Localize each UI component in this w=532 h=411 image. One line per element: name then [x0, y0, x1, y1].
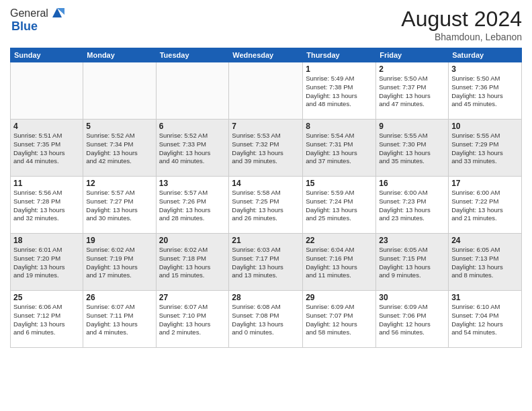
day-info: Sunrise: 6:10 AMSunset: 7:04 PMDaylight:… — [451, 303, 519, 337]
calendar-cell — [83, 62, 156, 120]
day-number: 8 — [306, 122, 373, 131]
day-info: Sunrise: 5:52 AMSunset: 7:33 PMDaylight:… — [159, 132, 226, 166]
day-number: 2 — [379, 64, 445, 74]
day-number: 24 — [451, 236, 519, 245]
day-number: 13 — [159, 179, 226, 188]
location: Bhamdoun, Lebanon — [401, 32, 522, 42]
day-info: Sunrise: 6:01 AMSunset: 7:20 PMDaylight:… — [13, 246, 80, 280]
day-info: Sunrise: 5:53 AMSunset: 7:32 PMDaylight:… — [232, 132, 300, 166]
calendar-cell: 4Sunrise: 5:51 AMSunset: 7:35 PMDaylight… — [11, 120, 83, 177]
day-info: Sunrise: 6:04 AMSunset: 7:16 PMDaylight:… — [306, 246, 373, 280]
day-info: Sunrise: 5:52 AMSunset: 7:34 PMDaylight:… — [86, 132, 152, 166]
day-info: Sunrise: 5:51 AMSunset: 7:35 PMDaylight:… — [13, 132, 80, 166]
day-info: Sunrise: 6:05 AMSunset: 7:13 PMDaylight:… — [451, 246, 519, 280]
calendar-cell: 2Sunrise: 5:50 AMSunset: 7:37 PMDaylight… — [376, 62, 449, 120]
calendar-cell: 12Sunrise: 5:57 AMSunset: 7:27 PMDayligh… — [83, 177, 156, 234]
calendar: Sunday Monday Tuesday Wednesday Thursday… — [10, 48, 522, 348]
day-info: Sunrise: 5:57 AMSunset: 7:26 PMDaylight:… — [159, 189, 226, 223]
day-number: 10 — [451, 122, 519, 131]
day-number: 29 — [306, 293, 373, 302]
calendar-cell: 1Sunrise: 5:49 AMSunset: 7:38 PMDaylight… — [303, 62, 376, 120]
calendar-week-row: 18Sunrise: 6:01 AMSunset: 7:20 PMDayligh… — [11, 234, 522, 291]
day-number: 26 — [86, 293, 152, 302]
calendar-cell: 27Sunrise: 6:07 AMSunset: 7:10 PMDayligh… — [156, 291, 229, 348]
day-info: Sunrise: 5:58 AMSunset: 7:25 PMDaylight:… — [232, 189, 300, 223]
calendar-week-row: 1Sunrise: 5:49 AMSunset: 7:38 PMDaylight… — [11, 62, 522, 120]
calendar-cell: 14Sunrise: 5:58 AMSunset: 7:25 PMDayligh… — [229, 177, 303, 234]
day-number: 14 — [232, 179, 300, 188]
day-number: 22 — [306, 236, 373, 245]
calendar-week-row: 4Sunrise: 5:51 AMSunset: 7:35 PMDaylight… — [11, 120, 522, 177]
calendar-cell: 25Sunrise: 6:06 AMSunset: 7:12 PMDayligh… — [11, 291, 83, 348]
day-number: 27 — [159, 293, 226, 302]
calendar-cell: 15Sunrise: 5:59 AMSunset: 7:24 PMDayligh… — [303, 177, 376, 234]
title-block: August 2024 Bhamdoun, Lebanon — [401, 7, 522, 42]
logo-general-text: General — [10, 7, 48, 19]
day-info: Sunrise: 5:50 AMSunset: 7:36 PMDaylight:… — [451, 75, 519, 109]
day-number: 25 — [13, 293, 80, 302]
day-info: Sunrise: 6:00 AMSunset: 7:22 PMDaylight:… — [451, 189, 519, 223]
day-info: Sunrise: 5:57 AMSunset: 7:27 PMDaylight:… — [86, 189, 152, 223]
day-info: Sunrise: 6:08 AMSunset: 7:08 PMDaylight:… — [232, 303, 300, 337]
day-number: 21 — [232, 236, 300, 245]
day-info: Sunrise: 6:09 AMSunset: 7:06 PMDaylight:… — [379, 303, 445, 337]
day-info: Sunrise: 5:49 AMSunset: 7:38 PMDaylight:… — [306, 75, 373, 109]
day-number: 18 — [13, 236, 80, 245]
day-info: Sunrise: 6:07 AMSunset: 7:11 PMDaylight:… — [86, 303, 152, 337]
day-info: Sunrise: 6:07 AMSunset: 7:10 PMDaylight:… — [159, 303, 226, 337]
calendar-cell: 29Sunrise: 6:09 AMSunset: 7:07 PMDayligh… — [303, 291, 376, 348]
calendar-cell: 17Sunrise: 6:00 AMSunset: 7:22 PMDayligh… — [449, 177, 522, 234]
day-info: Sunrise: 5:59 AMSunset: 7:24 PMDaylight:… — [306, 189, 373, 223]
page: General Blue August 2024 Bhamdoun, Leban… — [0, 0, 532, 411]
calendar-cell — [229, 62, 303, 120]
calendar-cell: 10Sunrise: 5:55 AMSunset: 7:29 PMDayligh… — [449, 120, 522, 177]
header-monday: Monday — [83, 48, 156, 62]
calendar-cell: 31Sunrise: 6:10 AMSunset: 7:04 PMDayligh… — [449, 291, 522, 348]
day-number: 20 — [159, 236, 226, 245]
logo-blue-text: Blue — [11, 19, 38, 33]
calendar-cell: 24Sunrise: 6:05 AMSunset: 7:13 PMDayligh… — [449, 234, 522, 291]
day-number: 31 — [451, 293, 519, 302]
calendar-cell: 28Sunrise: 6:08 AMSunset: 7:08 PMDayligh… — [229, 291, 303, 348]
calendar-cell — [156, 62, 229, 120]
day-number: 19 — [86, 236, 152, 245]
day-number: 23 — [379, 236, 445, 245]
day-info: Sunrise: 6:05 AMSunset: 7:15 PMDaylight:… — [379, 246, 445, 280]
calendar-cell: 26Sunrise: 6:07 AMSunset: 7:11 PMDayligh… — [83, 291, 156, 348]
logo: General Blue — [10, 7, 64, 34]
day-number: 7 — [232, 122, 300, 131]
calendar-cell: 5Sunrise: 5:52 AMSunset: 7:34 PMDaylight… — [83, 120, 156, 177]
calendar-cell: 8Sunrise: 5:54 AMSunset: 7:31 PMDaylight… — [303, 120, 376, 177]
calendar-week-row: 25Sunrise: 6:06 AMSunset: 7:12 PMDayligh… — [11, 291, 522, 348]
day-number: 9 — [379, 122, 445, 131]
header-tuesday: Tuesday — [156, 48, 229, 62]
day-info: Sunrise: 6:00 AMSunset: 7:23 PMDaylight:… — [379, 189, 445, 223]
weekday-header-row: Sunday Monday Tuesday Wednesday Thursday… — [11, 48, 522, 62]
day-number: 5 — [86, 122, 152, 131]
calendar-cell: 13Sunrise: 5:57 AMSunset: 7:26 PMDayligh… — [156, 177, 229, 234]
day-number: 6 — [159, 122, 226, 131]
month-year: August 2024 — [401, 7, 522, 32]
logo-icon — [50, 5, 64, 20]
calendar-week-row: 11Sunrise: 5:56 AMSunset: 7:28 PMDayligh… — [11, 177, 522, 234]
day-info: Sunrise: 5:55 AMSunset: 7:30 PMDaylight:… — [379, 132, 445, 166]
calendar-cell: 23Sunrise: 6:05 AMSunset: 7:15 PMDayligh… — [376, 234, 449, 291]
day-info: Sunrise: 6:09 AMSunset: 7:07 PMDaylight:… — [306, 303, 373, 337]
day-info: Sunrise: 5:55 AMSunset: 7:29 PMDaylight:… — [451, 132, 519, 166]
day-number: 28 — [232, 293, 300, 302]
calendar-cell: 11Sunrise: 5:56 AMSunset: 7:28 PMDayligh… — [11, 177, 83, 234]
day-info: Sunrise: 6:06 AMSunset: 7:12 PMDaylight:… — [13, 303, 80, 337]
day-number: 11 — [13, 179, 80, 188]
day-number: 4 — [13, 122, 80, 131]
day-number: 12 — [86, 179, 152, 188]
calendar-cell — [11, 62, 83, 120]
day-info: Sunrise: 5:54 AMSunset: 7:31 PMDaylight:… — [306, 132, 373, 166]
header-sunday: Sunday — [11, 48, 83, 62]
header: General Blue August 2024 Bhamdoun, Leban… — [10, 7, 522, 42]
day-number: 17 — [451, 179, 519, 188]
calendar-cell: 3Sunrise: 5:50 AMSunset: 7:36 PMDaylight… — [449, 62, 522, 120]
day-number: 30 — [379, 293, 445, 302]
day-number: 3 — [451, 64, 519, 74]
header-friday: Friday — [376, 48, 449, 62]
calendar-cell: 22Sunrise: 6:04 AMSunset: 7:16 PMDayligh… — [303, 234, 376, 291]
